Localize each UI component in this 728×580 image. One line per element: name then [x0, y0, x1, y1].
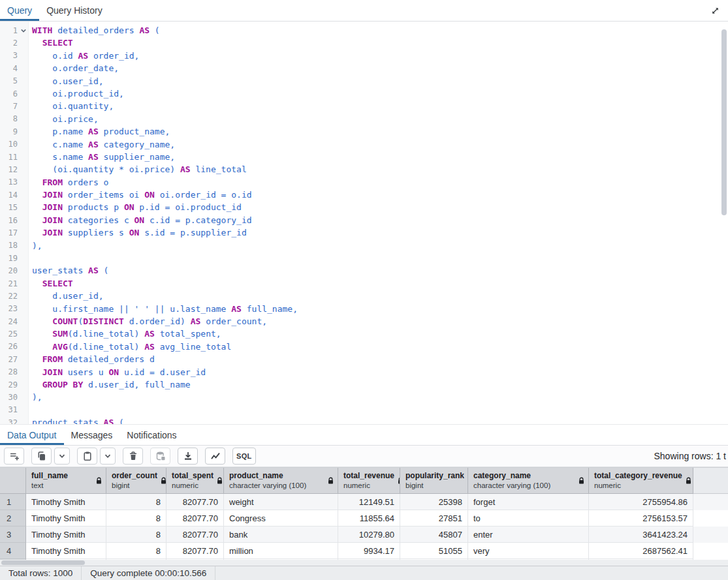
code-text: oi.price,	[29, 113, 728, 125]
code-line: 28 JOIN users u ON u.id = d.user_id	[0, 366, 728, 378]
line-number: 31	[5, 405, 18, 414]
maximize-icon[interactable]	[708, 4, 721, 17]
cell-product_name[interactable]: bank	[224, 527, 338, 543]
cell-total_revenue[interactable]: 11855.64	[338, 510, 400, 527]
fold-toggle-icon[interactable]	[18, 25, 29, 36]
row-number[interactable]: 4	[0, 543, 26, 559]
cell-total_category_revenue[interactable]: 2755954.86	[589, 494, 693, 510]
copy-options-button[interactable]	[54, 448, 70, 465]
column-header-total_category_revenue[interactable]: total_category_revenuenumeric	[589, 468, 693, 494]
grid-corner-cell[interactable]	[0, 468, 26, 494]
line-number: 5	[5, 76, 18, 85]
column-header-order_count[interactable]: order_countbigint	[106, 468, 166, 494]
save-data-changes-button[interactable]	[150, 448, 170, 465]
tab-notifications[interactable]: Notifications	[119, 425, 183, 445]
cell-category_name[interactable]: very	[468, 543, 589, 559]
code-text: u.first_name || ' ' || u.last_name AS fu…	[29, 303, 728, 315]
code-text: COUNT(DISTINCT d.order_id) AS order_coun…	[29, 315, 728, 328]
cell-product_name[interactable]: weight	[224, 494, 338, 510]
add-row-button[interactable]	[4, 448, 24, 465]
cell-total_category_revenue[interactable]: 2687562.41	[589, 543, 693, 559]
cell-product_name[interactable]: million	[224, 543, 338, 559]
cell-product_name[interactable]: Congress	[224, 510, 338, 527]
cell-category_name[interactable]: forget	[468, 494, 589, 510]
code-line: 11 s.name AS supplier_name,	[0, 151, 728, 163]
cell-full_name[interactable]: Timothy Smith	[26, 527, 106, 543]
cell-total_spent[interactable]: 82077.70	[166, 543, 224, 559]
column-header-popularity_rank[interactable]: popularity_rankbigint	[400, 468, 468, 494]
cell-total_revenue[interactable]: 9934.17	[338, 543, 400, 559]
code-text: SELECT	[29, 37, 728, 49]
lock-icon	[682, 477, 692, 485]
code-line: 16 JOIN categories c ON c.id = p.categor…	[0, 214, 728, 226]
cell-total_category_revenue[interactable]: 2756153.57	[589, 510, 693, 527]
tab-query-history[interactable]: Query History	[39, 0, 110, 21]
sql-editor[interactable]: 1WITH detailed_orders AS (2 SELECT3 o.id…	[0, 22, 728, 424]
cell-popularity_rank[interactable]: 45807	[400, 527, 468, 543]
row-number[interactable]: 1	[0, 494, 26, 510]
column-header-category_name[interactable]: category_namecharacter varying (100)	[468, 468, 589, 494]
editor-vertical-scrollbar[interactable]	[721, 29, 727, 215]
line-number-gutter: 8	[0, 113, 29, 125]
line-number-gutter: 16	[0, 214, 29, 226]
column-header-total_spent[interactable]: total_spentnumeric	[166, 468, 224, 494]
line-number-gutter: 23	[0, 303, 29, 315]
cell-total_revenue[interactable]: 10279.80	[338, 527, 400, 543]
grid-horizontal-scrollbar[interactable]	[0, 560, 728, 566]
cell-category_name[interactable]: to	[468, 510, 589, 527]
column-header-full_name[interactable]: full_nametext	[26, 468, 106, 494]
cell-total_spent[interactable]: 82077.70	[166, 494, 224, 510]
cell-popularity_rank[interactable]: 51055	[400, 543, 468, 559]
tab-messages[interactable]: Messages	[64, 425, 120, 445]
cell-total_category_revenue[interactable]: 3641423.24	[589, 527, 693, 543]
delete-row-button[interactable]	[123, 448, 143, 465]
sql-button[interactable]: SQL	[232, 448, 256, 465]
line-number-gutter: 31	[0, 404, 29, 416]
grid-body: 1Timothy Smith882077.70weight12149.51253…	[0, 494, 728, 566]
code-text: oi.quantity,	[29, 100, 728, 112]
cell-category_name[interactable]: enter	[468, 527, 589, 543]
cell-total_revenue[interactable]: 12149.51	[338, 494, 400, 510]
code-text: o.order_date,	[29, 62, 728, 74]
line-number-gutter: 10	[0, 138, 29, 151]
row-number[interactable]: 2	[0, 510, 26, 527]
column-name: order_count	[112, 470, 157, 481]
lock-icon	[575, 477, 585, 485]
grid-horizontal-scrollbar-thumb[interactable]	[1, 560, 85, 565]
line-number: 24	[5, 317, 18, 326]
column-type: bigint	[405, 481, 464, 491]
fold-gutter-spacer	[18, 253, 29, 264]
paste-options-button[interactable]	[100, 448, 116, 465]
paste-button[interactable]	[77, 448, 97, 465]
cell-total_spent[interactable]: 82077.70	[166, 527, 224, 543]
row-number[interactable]: 3	[0, 527, 26, 543]
cell-full_name[interactable]: Timothy Smith	[26, 543, 106, 559]
code-text: AVG(d.line_total) AS avg_line_total	[29, 341, 728, 353]
cell-popularity_rank[interactable]: 25398	[400, 494, 468, 510]
code-text: oi.product_id,	[29, 87, 728, 100]
cell-popularity_rank[interactable]: 27851	[400, 510, 468, 527]
cell-order_count[interactable]: 8	[106, 543, 166, 559]
tab-data-output[interactable]: Data Output	[0, 425, 64, 445]
cell-order_count[interactable]: 8	[106, 494, 166, 510]
cell-order_count[interactable]: 8	[106, 510, 166, 527]
column-type: text	[31, 481, 68, 491]
cell-total_spent[interactable]: 82077.70	[166, 510, 224, 527]
line-number-gutter: 17	[0, 226, 29, 239]
column-type: numeric	[594, 481, 682, 491]
cell-full_name[interactable]: Timothy Smith	[26, 510, 106, 527]
cell-order_count[interactable]: 8	[106, 527, 166, 543]
graph-visualiser-button[interactable]	[205, 448, 225, 465]
code-line: 18),	[0, 239, 728, 252]
download-button[interactable]	[178, 448, 198, 465]
code-text: JOIN products p ON p.id = oi.product_id	[29, 201, 728, 213]
line-number-gutter: 9	[0, 125, 29, 138]
copy-icon	[37, 451, 47, 461]
cell-full_name[interactable]: Timothy Smith	[26, 494, 106, 510]
column-header-total_revenue[interactable]: total_revenuenumeric	[338, 468, 400, 494]
copy-button[interactable]	[31, 448, 52, 465]
line-number-gutter: 19	[0, 252, 29, 264]
column-header-product_name[interactable]: product_namecharacter varying (100)	[224, 468, 338, 494]
tab-query[interactable]: Query	[0, 0, 39, 21]
line-number: 22	[5, 292, 18, 301]
